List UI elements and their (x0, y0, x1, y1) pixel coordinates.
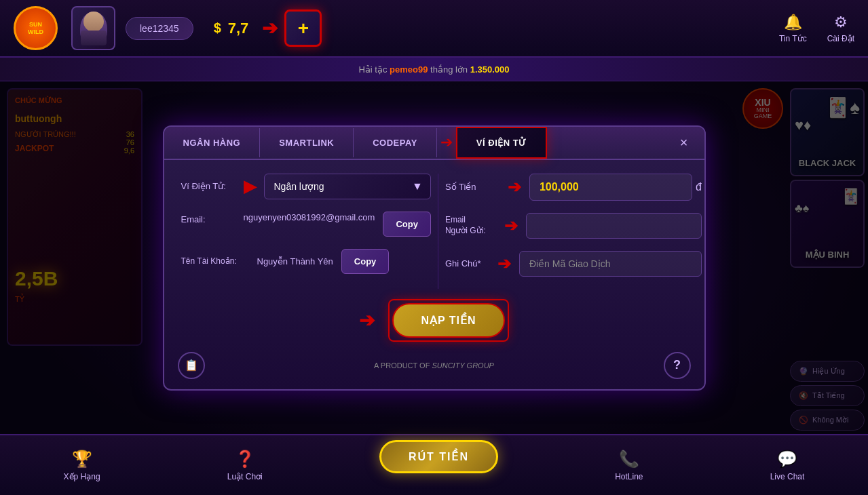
nap-tien-button[interactable]: NẠP TIỀN (392, 303, 504, 338)
header: SUNWILD lee12345 $ 7,7 ➔ + 🔔 Tin Tức ⚙ C… (0, 0, 868, 58)
modal-close-button[interactable]: × (671, 129, 698, 156)
tab-smartlink[interactable]: SMARTLINK (260, 128, 354, 157)
username-badge: lee12345 (126, 17, 193, 40)
header-nav: 🔔 Tin Tức ⚙ Cài Đặt (779, 14, 854, 43)
tab-arrow-icon: ➔ (437, 134, 456, 151)
logo-area: SUNWILD (14, 6, 58, 50)
ticker-mid: thắng lớn (430, 64, 470, 75)
vi-dien-tu-row: Ví Điện Tử: ▶ Ngân lượng ▼ (181, 174, 431, 199)
xep-hang-label: Xếp Hạng (64, 472, 100, 481)
deposit-modal: NGÂN HÀNG SMARTLINK CODEPAY ➔ VÍ ĐIỆN TỬ… (163, 125, 706, 391)
nap-tien-arrow-icon: ➔ (359, 309, 375, 332)
ghi-chu-arrow-icon: ➔ (497, 254, 511, 273)
question-mark-icon: ? (673, 358, 681, 372)
left-column: Ví Điện Tử: ▶ Ngân lượng ▼ Email: nguyen… (181, 174, 438, 289)
tin-tuc-label: Tin Tức (779, 34, 807, 43)
so-tien-input[interactable] (529, 174, 692, 201)
nav-xep-hang[interactable]: 🏆 Xếp Hạng (54, 450, 111, 481)
footer-product-text: A PRODUCT OF SUNCITY GROUP (205, 361, 664, 370)
email-nguoi-gui-label: EmailNgười Gửi: (445, 215, 496, 236)
balance-area: $ 7,7 ➔ + (214, 9, 779, 47)
nav-cai-dat[interactable]: ⚙ Cài Đặt (827, 14, 854, 43)
tab-ngan-hang[interactable]: NGÂN HÀNG (164, 128, 261, 157)
right-column: Số Tiền ➔ đ EmailNgười Gửi: ➔ Ghi Chú* (438, 174, 702, 289)
email-nguoi-gui-input[interactable] (526, 213, 702, 239)
gear-icon: ⚙ (834, 14, 848, 31)
vi-select[interactable]: Ngân lượng (264, 174, 431, 199)
tab-codepay[interactable]: CODEPAY (354, 128, 437, 157)
account-value: Nguyễn Thành Yên (257, 256, 333, 266)
currency-symbol: đ (696, 181, 702, 193)
rut-tien-button[interactable]: RÚT TIỀN (379, 440, 498, 473)
account-row: Tên Tài Khoản: Nguyễn Thành Yên Copy (181, 249, 431, 274)
modal-footer: 📋 A PRODUCT OF SUNCITY GROUP ? (164, 345, 704, 389)
copy-email-button[interactable]: Copy (383, 212, 431, 237)
cai-dat-label: Cài Đặt (827, 34, 854, 43)
ghi-chu-label: Ghi Chú* (445, 258, 489, 269)
phone-icon: 📞 (619, 450, 639, 469)
luat-choi-label: Luật Chơi (227, 472, 263, 481)
balance-value: 7,7 (228, 20, 249, 37)
email-nguoi-gui-row: EmailNgười Gửi: ➔ (445, 213, 702, 239)
so-tien-label: Số Tiền (445, 182, 499, 192)
vi-label: Ví Điện Tử: (181, 181, 235, 191)
tab-bar: NGÂN HÀNG SMARTLINK CODEPAY ➔ VÍ ĐIỆN TỬ… (164, 127, 704, 160)
document-icon: 📋 (185, 359, 198, 372)
bottom-nav: 🏆 Xếp Hạng ❓ Luật Chơi RÚT TIỀN 📞 HotLin… (0, 434, 868, 495)
ticker-amount: 1.350.000 (470, 64, 510, 75)
nav-tin-tuc[interactable]: 🔔 Tin Tức (779, 14, 807, 43)
trophy-icon: 🏆 (72, 450, 92, 469)
email-nguoi-gui-arrow-icon: ➔ (504, 216, 518, 235)
ticker-text: Hải tặc pemeo99 thắng lớn 1.350.000 (358, 64, 509, 75)
ticker-username: pemeo99 (390, 64, 428, 75)
username-text: lee12345 (140, 23, 179, 34)
so-tien-row: Số Tiền ➔ đ (445, 174, 702, 201)
rut-tien-center: RÚT TIỀN (379, 457, 498, 473)
nav-luat-choi[interactable]: ❓ Luật Chơi (217, 450, 273, 481)
avatar (71, 6, 115, 50)
ticker-prefix: Hải tặc (358, 64, 387, 75)
modal-overlay: NGÂN HÀNG SMARTLINK CODEPAY ➔ VÍ ĐIỆN TỬ… (0, 81, 868, 434)
add-balance-button[interactable]: + (284, 9, 322, 47)
ghi-chu-input[interactable] (519, 251, 702, 277)
tab-vi-dien-tu[interactable]: VÍ ĐIỆN TỬ (456, 127, 547, 159)
email-label: Email: (181, 212, 235, 224)
email-row: Email: nguyenyen03081992@gmail.com Copy (181, 212, 431, 237)
email-value: nguyenyen03081992@gmail.com (244, 212, 375, 224)
so-tien-arrow-icon: ➔ (508, 178, 521, 197)
bell-icon: 🔔 (784, 14, 802, 31)
chat-icon: 💬 (777, 450, 797, 469)
ghi-chu-row: Ghi Chú* ➔ (445, 251, 702, 277)
ticker-bar: Hải tặc pemeo99 thắng lớn 1.350.000 (0, 58, 868, 81)
hotline-label: HotLine (615, 472, 643, 481)
question-icon: ❓ (235, 450, 255, 469)
nav-live-chat[interactable]: 💬 Live Chat (760, 450, 815, 481)
vi-dropdown[interactable]: Ngân lượng ▼ (264, 174, 431, 199)
plus-icon: + (298, 18, 309, 39)
live-chat-label: Live Chat (770, 472, 805, 481)
nap-tien-row: ➔ NẠP TIỀN (164, 292, 704, 345)
copy-account-button[interactable]: Copy (341, 249, 390, 274)
account-label: Tên Tài Khoản: (181, 256, 249, 266)
help-icon-button[interactable]: ? (664, 352, 691, 379)
vi-arrow-icon: ▶ (244, 177, 256, 196)
currency-symbol: $ (214, 20, 221, 36)
logo: SUNWILD (14, 6, 58, 50)
add-arrow-icon: ➔ (262, 17, 278, 39)
document-icon-button[interactable]: 📋 (178, 352, 205, 379)
nav-hotline[interactable]: 📞 HotLine (605, 450, 653, 481)
